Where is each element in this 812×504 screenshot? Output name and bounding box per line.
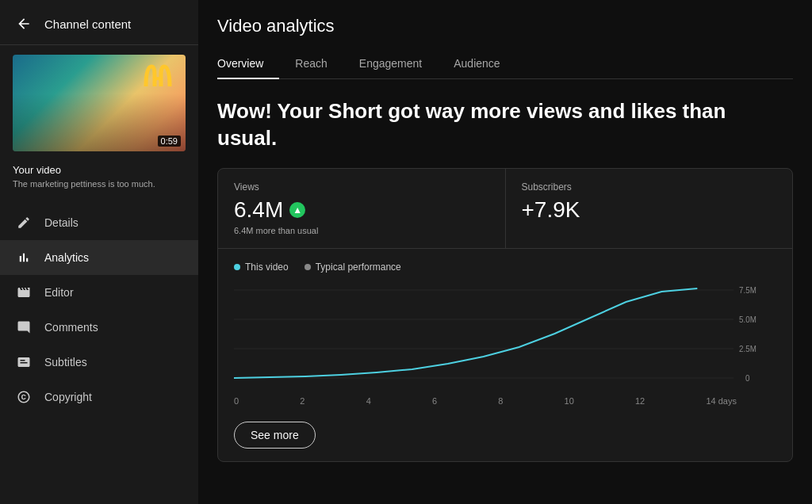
x-label-8: 8 <box>498 396 503 406</box>
back-button[interactable] <box>13 13 35 35</box>
legend-this-video: This video <box>234 262 289 273</box>
sidebar-nav: Details Analytics Editor <box>0 199 198 421</box>
subscribers-value-row: +7.9K <box>522 197 777 223</box>
editor-label: Editor <box>44 286 74 299</box>
chart-wrapper: 7.5M 5.0M 2.5M 0 <box>234 282 776 393</box>
x-label-4: 4 <box>366 396 371 406</box>
tab-engagement[interactable]: Engagement <box>343 49 438 79</box>
x-label-10: 10 <box>565 396 574 406</box>
film-icon <box>16 284 32 300</box>
sidebar-item-details[interactable]: Details <box>0 205 198 240</box>
headline: Wow! Your Short got way more views and l… <box>217 98 772 152</box>
views-stat: Views 6.4M ▲ 6.4M more than usual <box>218 169 506 248</box>
chart-y-labels <box>741 282 776 393</box>
x-label-6: 6 <box>432 396 437 406</box>
legend-this-video-label: This video <box>245 262 289 273</box>
see-more-button[interactable]: See more <box>234 422 316 449</box>
x-label-12: 12 <box>635 396 645 406</box>
x-label-2: 2 <box>300 396 304 406</box>
comment-icon <box>16 319 32 335</box>
comments-label: Comments <box>44 321 98 334</box>
copyright-label: Copyright <box>44 391 92 403</box>
sidebar-header: Channel content <box>0 0 198 45</box>
copyright-icon <box>16 389 32 405</box>
subtitles-label: Subtitles <box>44 356 87 368</box>
sidebar-item-editor[interactable]: Editor <box>0 275 198 310</box>
pencil-icon <box>16 215 32 231</box>
video-duration: 0:59 <box>158 136 181 147</box>
bar-chart-icon <box>16 250 32 265</box>
views-value: 6.4M <box>234 197 283 223</box>
video-description: The marketing pettiness is too much. <box>13 178 186 189</box>
analytics-label: Analytics <box>44 251 89 264</box>
legend-typical-label: Typical performance <box>316 262 401 273</box>
video-thumbnail-container: 0:59 <box>0 45 198 158</box>
sidebar-item-analytics[interactable]: Analytics <box>0 240 198 275</box>
legend-typical: Typical performance <box>304 262 401 273</box>
subtitles-icon <box>16 354 32 370</box>
tab-reach[interactable]: Reach <box>279 49 343 79</box>
details-label: Details <box>44 216 79 229</box>
video-info: Your video The marketing pettiness is to… <box>0 158 198 199</box>
views-value-row: 6.4M ▲ <box>234 197 489 223</box>
subscribers-value: +7.9K <box>522 197 580 223</box>
stats-row: Views 6.4M ▲ 6.4M more than usual Subscr… <box>218 169 792 249</box>
chart-legend: This video Typical performance <box>234 262 776 273</box>
video-label: Your video <box>13 164 186 176</box>
sidebar-item-copyright[interactable]: Copyright <box>0 380 198 414</box>
x-label-0: 0 <box>234 396 239 406</box>
x-label-14: 14 days <box>706 396 737 406</box>
views-note: 6.4M more than usual <box>234 226 489 235</box>
views-label: Views <box>234 181 489 193</box>
stats-card: Views 6.4M ▲ 6.4M more than usual Subscr… <box>217 168 793 462</box>
page-title: Video analytics <box>217 16 793 36</box>
main-content: Video analytics Overview Reach Engagemen… <box>198 0 812 504</box>
chart-area: This video Typical performance <box>218 249 792 415</box>
subscribers-stat: Subscribers +7.9K <box>506 169 793 248</box>
tabs: Overview Reach Engagement Audience <box>217 49 793 79</box>
chart-svg: 7.5M 5.0M 2.5M 0 <box>234 282 776 393</box>
chart-x-labels: 0 2 4 6 8 10 12 14 days <box>234 393 776 415</box>
sidebar-item-subtitles[interactable]: Subtitles <box>0 345 198 380</box>
gray-dot <box>304 264 311 270</box>
channel-content-title: Channel content <box>44 17 131 31</box>
subscribers-label: Subscribers <box>522 181 777 193</box>
video-thumbnail[interactable]: 0:59 <box>13 55 186 151</box>
tab-overview[interactable]: Overview <box>217 49 279 79</box>
views-badge: ▲ <box>289 202 305 218</box>
teal-dot <box>234 264 240 270</box>
sidebar: Channel content 0:59 Your video The mark… <box>0 0 198 504</box>
tab-audience[interactable]: Audience <box>438 49 515 79</box>
sidebar-item-comments[interactable]: Comments <box>0 310 198 345</box>
